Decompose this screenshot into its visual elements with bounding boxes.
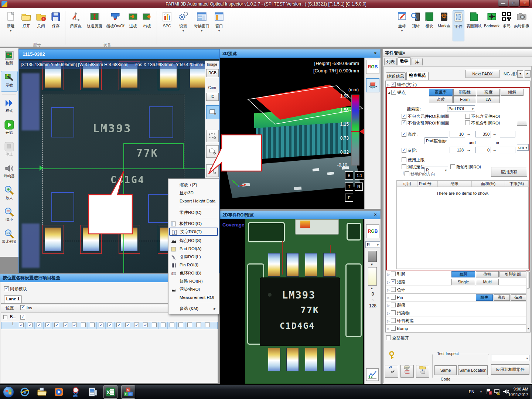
defect-row-short[interactable]: 短路 Single Multi (386, 278, 531, 286)
taskbar-parmi-app[interactable]: MFC (121, 385, 135, 399)
col-lower-limit[interactable]: 下限(%) (505, 181, 529, 187)
lane-position-checkbox[interactable] (28, 323, 33, 327)
col-pad-no[interactable]: Pad 号. (417, 181, 438, 187)
defect-row-colorring[interactable]: 色环 (386, 286, 531, 294)
coverage-button[interactable]: 覆盖率 (429, 89, 453, 96)
lane-position-cell[interactable] (88, 322, 97, 329)
gray-v1-field[interactable]: 128 (450, 147, 465, 153)
height-unit-select[interactable]: um (517, 144, 529, 151)
refresh-parts-button[interactable] (385, 365, 398, 378)
tree-scrollbar[interactable]: ▼ (526, 270, 531, 332)
teach-button[interactable]: 示教 (1, 71, 18, 92)
home-origin-button[interactable]: 归原点 (67, 10, 84, 41)
zoom-in-button[interactable]: 放大 (1, 184, 18, 205)
exclude-lead-side-row[interactable]: 不包含引脚ROI和侧面 (402, 120, 449, 126)
lane-position-checkbox[interactable] (161, 323, 166, 327)
board-row[interactable]: − B... (1, 314, 218, 321)
height-ref-select[interactable]: Pad基准面 (424, 137, 448, 144)
menu-solder-roi[interactable]: 焊点ROI(S) (169, 236, 218, 245)
2d-image-view[interactable]: Coverage LM393 77K C1 (220, 219, 364, 384)
expand-icon[interactable] (387, 82, 390, 87)
close-button[interactable]: × (519, 0, 530, 7)
new-part-button[interactable]: New (400, 365, 414, 378)
live-image-button[interactable]: 实时影像 (512, 10, 531, 41)
defect-row-crack[interactable]: 裂痕 (386, 301, 531, 309)
action-center-icon[interactable]: × (485, 388, 492, 395)
rail-width-button[interactable]: 轨道宽度 (85, 10, 104, 41)
single-button[interactable]: Single (451, 279, 475, 285)
search-surface-select[interactable]: Pad ROI (447, 105, 475, 112)
tree-row-wrong-part[interactable]: 错件(文字) (387, 82, 417, 88)
use-upper-row[interactable]: 使用上限 (402, 157, 424, 163)
height-extra-field[interactable] (500, 131, 515, 137)
lane-position-checkbox[interactable] (125, 323, 130, 327)
menu-pad-roi[interactable]: Pad ROI(A) (169, 245, 218, 253)
gray-extra-field[interactable] (500, 147, 515, 153)
barcode-button[interactable]: 条码 (501, 10, 512, 41)
taskbar-app-window[interactable] (86, 385, 100, 399)
lane-position-checkbox[interactable] (152, 323, 157, 327)
crack-checkbox[interactable] (391, 303, 396, 307)
close-icon[interactable]: × (372, 50, 378, 56)
offset-button[interactable]: 偏移 (511, 294, 526, 301)
lane-position-cell[interactable] (194, 322, 203, 329)
rgb-mode-button[interactable]: RGB (206, 69, 219, 77)
buzzer-button[interactable]: 蜂鸣器 (1, 162, 18, 183)
lane-position-cell[interactable] (17, 322, 26, 329)
exclude-part-checkbox[interactable] (465, 114, 470, 119)
col-result[interactable]: 结果 (438, 181, 472, 187)
same-code-button[interactable]: Same Code (434, 365, 457, 375)
more-button[interactable]: ... (517, 120, 527, 126)
lifted-lead-button[interactable]: 翘脚 (451, 271, 475, 277)
epoxy-checkbox[interactable] (391, 318, 396, 323)
start-button[interactable] (1, 385, 16, 399)
col-available[interactable]: 可用 (397, 181, 417, 187)
taskbar-media-player[interactable] (52, 385, 66, 399)
channel-select[interactable]: R (365, 241, 380, 248)
exclude-part-row[interactable]: 不包含元件ROI (465, 114, 500, 119)
taskbar-ie[interactable]: e (18, 385, 32, 399)
stop-button[interactable]: 停止 (1, 140, 18, 161)
start-button[interactable]: 开始 (1, 119, 18, 139)
lane-position-cell[interactable] (141, 322, 150, 329)
lane-position-checkbox[interactable] (178, 323, 183, 327)
collapse-minus-icon[interactable]: − (3, 315, 7, 319)
ng-next-button[interactable]: ► (525, 70, 531, 78)
lane-position-cell[interactable] (35, 322, 44, 329)
lane-position-checkbox[interactable] (196, 323, 201, 327)
lane-position-cell[interactable] (26, 322, 35, 329)
lead-shoulder-button[interactable]: 引脚肩部 (499, 271, 526, 277)
defect-row-lead[interactable]: 引脚 翘脚 位移 引脚肩部 (386, 270, 531, 278)
menu-ring-roi[interactable]: 色环ROI(B) (169, 269, 218, 277)
tilt-button[interactable]: 倾斜 (501, 89, 524, 96)
badmark-button[interactable]: Badmark (484, 10, 500, 41)
board-row-checkbox[interactable] (20, 315, 25, 320)
lane-position-cell[interactable] (185, 322, 194, 329)
lane-position-checkbox[interactable] (134, 323, 139, 327)
language-indicator[interactable]: EN (469, 389, 474, 394)
lane-position-cell[interactable] (168, 322, 177, 329)
board-out-button[interactable]: 出板 (140, 10, 154, 41)
tab-list[interactable]: 列表 (384, 58, 397, 65)
next-padx-button[interactable]: Next PADX (466, 70, 499, 78)
lane-position-checkbox[interactable] (54, 323, 59, 327)
title-bar[interactable]: PARMI 3D Automated Optical Inspector v1.… (0, 0, 532, 8)
lane-position-cell[interactable] (44, 322, 52, 329)
clock[interactable]: 9:08 AM 10/11/2017 (508, 386, 528, 398)
move-pad-checkbox[interactable] (405, 171, 409, 176)
pin-checkbox[interactable] (391, 295, 396, 300)
attach-lead-checkbox[interactable] (450, 164, 455, 169)
view-ratio-button[interactable]: 1:1 (355, 171, 364, 180)
3d-panel-header[interactable]: 3D预览× (220, 50, 380, 58)
move-pad-row[interactable]: └ 移动Pad方向 (402, 171, 435, 177)
spc-button[interactable]: SPC (160, 10, 174, 41)
colorring-checkbox[interactable] (391, 287, 396, 292)
sync-module-row[interactable]: 同步模块 (4, 286, 27, 292)
apply-all-button[interactable]: 应用所有 (491, 167, 527, 177)
settings-button[interactable]: 设置▾ (176, 10, 191, 41)
minimize-button[interactable]: — (498, 0, 508, 7)
rgb-toggle-button[interactable]: RGB (366, 224, 379, 238)
save-button[interactable]: 保存 (49, 10, 63, 41)
test-position-checkbox[interactable] (402, 164, 406, 169)
contaminant-checkbox[interactable] (391, 310, 396, 315)
